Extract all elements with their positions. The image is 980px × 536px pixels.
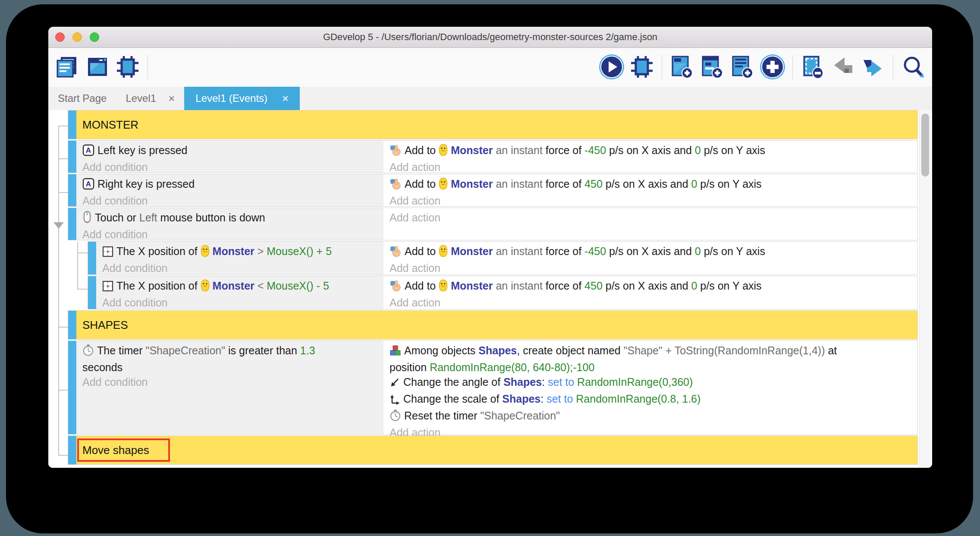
add-action-button[interactable]: Add action [389, 261, 913, 275]
add-condition-button[interactable]: Add condition [82, 375, 379, 389]
text-segment: -450 [584, 144, 606, 156]
text-segment: force of [546, 280, 584, 292]
event-strip [68, 174, 76, 206]
group-header[interactable]: MONSTER [76, 110, 917, 139]
add-circle-icon [759, 54, 786, 82]
group-header-row[interactable]: MONSTER [68, 110, 918, 139]
text-segment: The timer [97, 344, 146, 356]
svg-text:A: A [86, 180, 91, 188]
delete-event-icon [800, 54, 826, 81]
text-segment: set to [548, 376, 577, 388]
add-condition-button[interactable]: Add condition [102, 261, 379, 275]
text-segment: p/s on X axis and [603, 280, 691, 292]
condition-item[interactable]: The X position of Monster < MouseX() - 5 [102, 278, 379, 295]
action-item[interactable]: Reset the timer "ShapeCreation" [389, 408, 913, 425]
search-icon [901, 54, 926, 81]
hand-icon [389, 178, 402, 193]
conditions-column: ARight key is pressedAdd condition [76, 174, 383, 206]
condition-item[interactable]: Touch or Left mouse button is down [82, 210, 379, 227]
add-condition-button[interactable]: Add condition [82, 227, 379, 242]
group-header-row[interactable]: Move shapes [68, 435, 918, 465]
condition-item[interactable]: The timer "ShapeCreation" is greater tha… [82, 343, 379, 375]
text-segment: p/s on X axis and [606, 245, 695, 257]
text-segment: 450 [584, 280, 603, 292]
search-button[interactable] [900, 54, 926, 81]
add-sub-event-button[interactable] [699, 54, 725, 81]
add-circle-button[interactable] [760, 54, 785, 81]
play-button[interactable] [599, 54, 625, 81]
text-segment: p/s on X axis and [603, 178, 691, 190]
close-tab-icon[interactable]: × [168, 92, 175, 105]
undo-icon [830, 54, 856, 81]
actions-column: Add to Monster an instant force of -450 … [384, 141, 917, 173]
add-condition-button[interactable]: Add condition [82, 193, 379, 208]
group-header[interactable]: Move shapes [76, 436, 917, 464]
text-segment: p/s on Y axis [701, 144, 765, 156]
collapse-triangle-icon[interactable] [53, 222, 64, 229]
text-segment: "ShapeCreation" [480, 410, 560, 422]
add-condition-button[interactable]: Add condition [102, 295, 379, 310]
add-condition-button[interactable]: Add condition [82, 160, 379, 174]
event-row[interactable]: The X position of Monster < MouseX() - 5… [88, 276, 918, 309]
tab-level1-events[interactable]: Level1 (Events) × [184, 87, 300, 110]
undo-button[interactable] [830, 54, 856, 81]
tree-line [58, 390, 68, 391]
tab-label: Level1 (Events) [195, 92, 267, 104]
event-strip [68, 436, 76, 464]
add-action-button[interactable]: Add action [389, 295, 913, 310]
text-segment: an instant [493, 178, 545, 190]
add-action-button[interactable]: Add action [389, 160, 913, 174]
action-item[interactable]: Change the angle of Shapes: set to Rando… [389, 375, 913, 391]
window-title: GDevelop 5 - /Users/florian/Downloads/ge… [48, 27, 932, 47]
tab-start-page[interactable]: Start Page [48, 87, 116, 110]
hand-icon [389, 144, 402, 160]
events-sheet: MONSTERALeft key is pressedAdd condition… [48, 110, 932, 468]
event-strip [68, 208, 76, 240]
conditions-column: ALeft key is pressedAdd condition [76, 141, 383, 173]
action-item[interactable]: Add to Monster an instant force of 450 p… [389, 177, 913, 193]
text-segment: Monster [213, 245, 254, 257]
add-event-button[interactable] [669, 54, 695, 81]
toolbar-divider [792, 55, 793, 79]
event-row[interactable]: Touch or Left mouse button is downAdd co… [68, 208, 918, 240]
event-row[interactable]: ARight key is pressedAdd conditionAdd to… [68, 174, 918, 207]
action-item[interactable]: Add to Monster an instant force of -450 … [389, 244, 913, 261]
scrollbar-thumb[interactable] [921, 114, 929, 177]
project-manager-button[interactable] [54, 54, 80, 81]
text-segment: RandomInRange(0.8, 1.6) [576, 393, 700, 405]
event-row[interactable]: ALeft key is pressedAdd conditionAdd to … [68, 140, 918, 173]
condition-item[interactable]: The X position of Monster > MouseX() + 5 [102, 244, 379, 261]
action-item[interactable]: Add to Monster an instant force of 450 p… [389, 278, 913, 295]
action-item[interactable]: Change the scale of Shapes: set to Rando… [389, 391, 913, 408]
delete-event-button[interactable] [800, 54, 826, 81]
text-segment: Change the scale of [403, 393, 502, 405]
redo-button[interactable] [860, 54, 886, 81]
text-segment: p/s on Y axis [697, 280, 761, 292]
close-tab-icon[interactable]: × [282, 92, 289, 105]
tab-label: Level1 [126, 92, 156, 104]
text-segment: 0 [691, 178, 697, 190]
text-segment: Reset the timer [404, 410, 480, 422]
event-row[interactable]: The X position of Monster > MouseX() + 5… [88, 241, 918, 275]
add-action-button[interactable]: Add action [389, 193, 913, 208]
action-item[interactable]: Among objects Shapes, create object name… [389, 343, 913, 375]
action-item[interactable]: Add to Monster an instant force of -450 … [389, 143, 913, 160]
text-segment: Left key is pressed [97, 144, 187, 156]
scene-editor-button[interactable] [85, 54, 110, 81]
text-segment: force of [546, 245, 584, 257]
text-segment: The X position of [116, 280, 201, 292]
tab-level1[interactable]: Level1 × [116, 87, 184, 110]
group-header-row[interactable]: SHAPES [68, 310, 918, 340]
group-header[interactable]: SHAPES [76, 311, 917, 339]
add-action-button[interactable]: Add action [389, 210, 913, 225]
debugger-button[interactable] [629, 54, 655, 81]
add-comment-button[interactable] [729, 54, 755, 81]
condition-item[interactable]: ARight key is pressed [82, 177, 379, 193]
debugger-button[interactable] [115, 54, 141, 81]
vertical-scrollbar[interactable] [919, 110, 931, 468]
text-segment: is greater than [225, 344, 300, 356]
event-row[interactable]: The timer "ShapeCreation" is greater tha… [68, 341, 918, 435]
condition-item[interactable]: ALeft key is pressed [82, 143, 379, 160]
position-icon [102, 281, 113, 295]
text-segment: : [542, 376, 548, 388]
